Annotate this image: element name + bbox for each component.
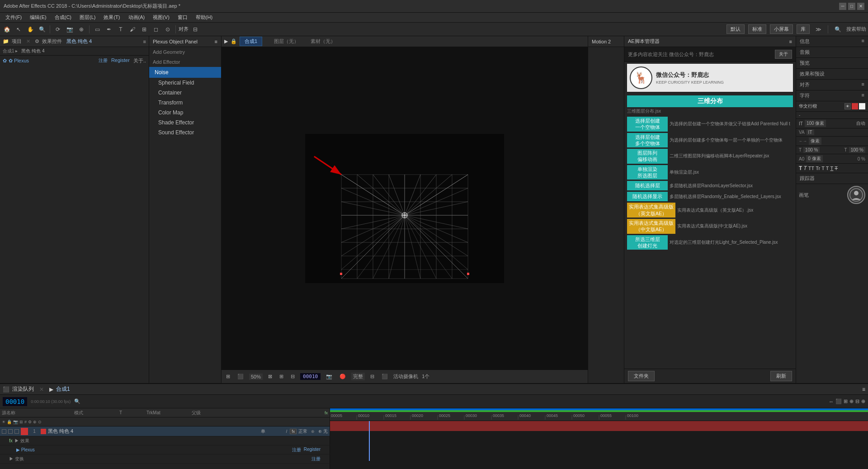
layer-color-tag[interactable] [21,428,28,435]
character-expand[interactable]: ≡ [862,92,864,98]
bold-btn[interactable]: T [799,165,802,171]
timeline-btn[interactable]: ⬛ [380,373,390,380]
playhead[interactable] [369,421,370,431]
window-controls[interactable]: ─ □ ✕ [839,3,864,10]
expand-presets[interactable]: ≫ [813,24,823,34]
menu-animation[interactable]: 动画(A) [125,13,149,22]
preset-small[interactable]: 小屏幕 [770,24,793,34]
tl-layer-1[interactable]: 1 黑色 纯色 4 单 / fx 正常 ⊕ ⊕ 无 [0,426,330,436]
color-manage-btn[interactable]: 🔴 [338,373,348,380]
parent-display[interactable]: ⊕ 无 [318,428,328,435]
refresh-button[interactable]: 刷新 [770,371,792,381]
preset-default[interactable]: 默认 [726,24,745,34]
baseline-value[interactable]: 0 像素 [806,155,822,162]
uppercase-btn[interactable]: TT [808,166,814,171]
character-section[interactable]: 字符 ≡ [796,90,868,101]
camera-icon[interactable]: 📷 [324,373,334,380]
grid-btn[interactable]: ⊞ [278,373,285,380]
comp-timeline-tab[interactable]: 合成1 [56,385,70,393]
script-btn-3[interactable]: 单独渲染 所选图层 [627,165,668,180]
view-count-display[interactable]: 1个 [422,373,429,380]
script-btn-1[interactable]: 选择层创建 多个空物体 [627,133,668,148]
plexus-item-container[interactable]: Container [149,88,221,98]
subscript-btn[interactable]: T [826,166,829,171]
safe-zones-btn[interactable]: ⊠ [266,373,274,380]
underline-btn[interactable]: T [830,166,834,171]
rotate-tool[interactable]: ⟳ [53,24,63,34]
size-value[interactable]: 100 像素 [805,120,826,127]
strikethrough-btn[interactable]: T [835,166,838,171]
eye-dropper[interactable]: 👁 [844,103,851,109]
snap-btn[interactable]: ⊞ [224,373,232,380]
comp-tab[interactable]: 合成1 [240,37,262,46]
quality-display[interactable]: 完整 [351,373,365,380]
select-tool[interactable]: ↖ [14,24,24,34]
zoom-display[interactable]: 50% [249,374,263,380]
folder-button[interactable]: 文件夹 [628,371,655,381]
menu-file[interactable]: 文件(F) [2,13,25,22]
about-link[interactable]: 关于.. [133,57,146,64]
script-btn-2[interactable]: 图层阵列 偏移动画 [627,149,668,164]
mode-display[interactable]: 正常 [298,428,307,435]
camera-display[interactable]: 活动摄像机 [393,373,418,380]
camera-tool[interactable]: 📷 [65,24,75,34]
zoom-tool[interactable]: 🔍 [37,24,47,34]
color-picker-a[interactable] [852,103,858,109]
layer-mode[interactable]: 单 [261,428,283,435]
add-geometry-section[interactable]: Add Geometry [149,47,221,57]
layer-visible[interactable] [14,429,19,434]
tracking-value[interactable]: 像素 [809,137,821,145]
superscript-btn[interactable]: T [821,166,825,171]
rect-tool[interactable]: ▭ [92,24,102,34]
add-effector-section[interactable]: Add Effector [149,57,221,67]
menu-layer[interactable]: 图层(L) [76,13,99,22]
plexus-panel-menu[interactable]: ≡ [215,39,217,44]
stamp-tool[interactable]: ⊞ [139,24,149,34]
plexus-item-noise[interactable]: Noise [149,67,221,78]
layer-solo[interactable] [2,429,6,434]
orbit-tool[interactable]: ⊕ [76,24,86,34]
about-button[interactable]: 关于 [775,50,792,59]
register-link[interactable]: Register [111,57,130,64]
va-value[interactable]: IT [807,129,814,135]
script-btn-6[interactable]: 实用表达式集高级版 （英文版AE） [627,203,675,218]
eraser-tool[interactable]: ◻ [151,24,161,34]
panel-menu[interactable]: ≡ [143,39,146,44]
transform-expand[interactable]: ▶ 变换 [9,456,24,462]
menu-help[interactable]: 帮助(H) [192,13,216,22]
menu-compose[interactable]: 合成(C) [51,13,75,22]
track-bar-1[interactable] [330,421,868,431]
view-options-btn[interactable]: ⊟ [289,373,297,380]
color-picker-b[interactable] [859,103,865,109]
scale-h-value[interactable]: 100 % [803,147,820,153]
ae-scripts-menu[interactable]: ≡ [789,39,792,44]
plexus-item-shade[interactable]: Shade Effector [149,118,221,128]
plexus-item-transform[interactable]: Transform [149,98,221,108]
fast-preview-btn[interactable]: ⊟ [368,373,376,380]
transform-register[interactable]: 注册 [311,456,321,462]
menu-view[interactable]: 视图(V) [149,13,173,22]
tl-btn-1[interactable]: ↔ [829,398,834,404]
tl-btn-4[interactable]: ⊕ [849,398,854,404]
brush-tool[interactable]: 🖌 [127,24,137,34]
text-tool[interactable]: T [116,24,126,34]
pen-tool[interactable]: ✒ [104,24,114,34]
maximize-button[interactable]: □ [848,3,855,10]
tl-btn-3[interactable]: ⊞ [844,398,848,404]
timeline-menu[interactable]: ≡ [862,386,865,393]
tl-btn-2[interactable]: ⬛ [835,398,842,404]
italic-btn[interactable]: T [803,165,807,171]
plexus-item-colormap[interactable]: Color Map [149,108,221,118]
home-tool[interactable]: 🏠 [2,24,12,34]
script-btn-0[interactable]: 选择层创建 一个空物体 [627,117,668,132]
script-btn-7[interactable]: 实用表达式集高级版 （中文版AE） [627,219,675,234]
plexus-item-spherical[interactable]: Spherical Field [149,78,221,88]
menu-edit[interactable]: 编辑(E) [26,13,50,22]
info-menu[interactable]: ≡ [862,38,864,43]
search-timeline-btn[interactable]: 🔍 [74,398,80,404]
scale-v-value[interactable]: 100 % [849,147,865,153]
menu-window[interactable]: 窗口 [174,13,191,22]
trackers-section[interactable]: 跟踪器 [796,173,868,184]
plexus-subitem[interactable]: ▶ Plexus [16,447,35,452]
align-left[interactable]: ⊟ [190,24,200,34]
